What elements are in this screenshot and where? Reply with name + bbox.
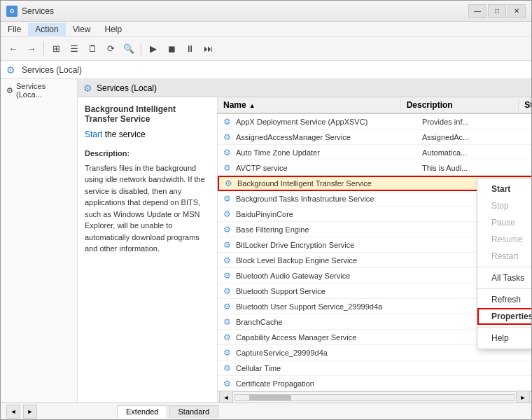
service-name: Background Tasks Infrastructure Service bbox=[236, 195, 416, 203]
service-icon: ⚙ bbox=[220, 115, 233, 128]
ctx-start[interactable]: Start bbox=[477, 181, 531, 197]
service-icon: ⚙ bbox=[220, 270, 233, 282]
start-service-text: the service bbox=[102, 130, 145, 139]
ctx-properties[interactable]: Properties bbox=[477, 308, 531, 325]
service-icon: ⚙ bbox=[220, 146, 233, 159]
pause-service-button[interactable]: ⏸ bbox=[181, 41, 198, 57]
properties-button[interactable]: 🗒 bbox=[84, 41, 101, 57]
service-desc: Automatica... bbox=[416, 148, 531, 157]
left-panel-item[interactable]: ⚙ Services (Loca... bbox=[1, 79, 77, 102]
ctx-pause[interactable]: Pause bbox=[477, 214, 531, 231]
service-name: BitLocker Drive Encryption Service bbox=[236, 241, 416, 249]
ctx-resume[interactable]: Resume bbox=[477, 231, 531, 248]
scroll-left-button[interactable]: ◄ bbox=[219, 391, 233, 403]
status-tabs: Extended Standard bbox=[117, 405, 218, 418]
start-service-link[interactable]: Start bbox=[85, 130, 102, 139]
service-icon: ⚙ bbox=[220, 208, 233, 220]
service-desc: This is Audi... bbox=[416, 164, 531, 172]
resume-service-button[interactable]: ⏭ bbox=[200, 41, 216, 57]
menu-action[interactable]: Action bbox=[28, 23, 65, 36]
ctx-help[interactable]: Help bbox=[477, 330, 531, 346]
horizontal-scrollbar[interactable]: ◄ ► bbox=[218, 391, 531, 402]
col-header-name[interactable]: Name▲ bbox=[218, 99, 401, 111]
service-name: AssignedAccessManager Service bbox=[236, 133, 416, 141]
left-panel: ⚙ Services (Loca... bbox=[1, 79, 78, 402]
description-label: Description: bbox=[85, 148, 210, 160]
menu-view[interactable]: View bbox=[66, 23, 98, 36]
tab-standard[interactable]: Standard bbox=[169, 405, 218, 418]
toolbar: ← → ⊞ ☰ 🗒 ⟳ 🔍 ▶ ◼ ⏸ ⏭ bbox=[1, 37, 531, 61]
service-name: Background Intelligent Transfer Service bbox=[237, 179, 418, 188]
scroll-left-status[interactable]: ◄ bbox=[6, 405, 20, 419]
selected-service-name: Background Intelligent Transfer Service bbox=[85, 104, 210, 124]
table-area: Name▲ Description Statu▲ ⚙ AppX Deployme… bbox=[218, 97, 531, 402]
table-row[interactable]: ⚙ Certificate Propagation bbox=[218, 376, 531, 391]
table-row[interactable]: ⚙ Cellular Time bbox=[218, 360, 531, 376]
service-icon: ⚙ bbox=[222, 177, 234, 190]
scroll-right-status[interactable]: ► bbox=[23, 405, 37, 419]
maximize-button[interactable]: □ bbox=[488, 4, 506, 18]
service-name: BranchCache bbox=[236, 318, 416, 326]
scroll-right-button[interactable]: ► bbox=[516, 391, 530, 403]
ctx-restart[interactable]: Restart bbox=[477, 248, 531, 265]
service-icon: ⚙ bbox=[220, 254, 233, 267]
ctx-separator-3 bbox=[477, 327, 531, 328]
horizontal-scrollbar-track[interactable] bbox=[234, 394, 514, 401]
tab-extended[interactable]: Extended bbox=[117, 405, 167, 418]
service-name: Bluetooth Audio Gateway Service bbox=[236, 272, 416, 280]
menu-file[interactable]: File bbox=[1, 23, 28, 36]
service-desc: Provides inf... bbox=[416, 118, 531, 126]
main-window: ⚙ Services — □ ✕ File Action View Help ←… bbox=[0, 0, 532, 420]
service-name: CaptureService_29999d4a bbox=[236, 349, 416, 357]
service-name: Capability Access Manager Service bbox=[236, 333, 416, 342]
address-icon: ⚙ bbox=[6, 64, 18, 76]
main-content: ⚙ Services (Loca... ⚙ Services (Local) B… bbox=[1, 79, 531, 402]
service-icon: ⚙ bbox=[220, 346, 233, 359]
ctx-refresh[interactable]: Refresh bbox=[477, 291, 531, 308]
service-icon: ⚙ bbox=[220, 162, 233, 174]
service-desc: AssignedAc... bbox=[416, 133, 531, 141]
horizontal-scrollbar-thumb[interactable] bbox=[249, 395, 291, 400]
service-name: BaiduPinyinCore bbox=[236, 210, 416, 218]
service-icon: ⚙ bbox=[220, 239, 233, 251]
ctx-all-tasks[interactable]: All Tasks › bbox=[477, 270, 531, 286]
start-service-link-area: Start the service bbox=[85, 130, 210, 139]
service-icon: ⚙ bbox=[220, 131, 233, 144]
service-name: Block Level Backup Engine Service bbox=[236, 256, 416, 265]
close-button[interactable]: ✕ bbox=[507, 4, 526, 18]
panel-header-label: Services (Local) bbox=[97, 83, 157, 93]
details-button[interactable]: ☰ bbox=[66, 41, 83, 57]
service-name: Auto Time Zone Updater bbox=[236, 148, 416, 157]
table-row[interactable]: ⚙ Auto Time Zone Updater Automatica... bbox=[218, 145, 531, 160]
title-bar: ⚙ Services — □ ✕ bbox=[1, 1, 531, 22]
left-panel-label: Services (Loca... bbox=[16, 82, 71, 99]
window-controls: — □ ✕ bbox=[468, 4, 526, 18]
content-area: Background Intelligent Transfer Service … bbox=[78, 97, 531, 402]
search-button[interactable]: 🔍 bbox=[120, 41, 137, 57]
refresh-toolbar-button[interactable]: ⟳ bbox=[102, 41, 119, 57]
menu-help[interactable]: Help bbox=[98, 23, 130, 36]
service-icon: ⚙ bbox=[220, 223, 233, 236]
window-title: Services bbox=[22, 6, 54, 16]
menu-bar: File Action View Help bbox=[1, 22, 531, 37]
ctx-separator-1 bbox=[477, 267, 531, 267]
table-row[interactable]: ⚙ AppX Deployment Service (AppXSVC) Prov… bbox=[218, 114, 531, 130]
table-header: Name▲ Description Statu▲ bbox=[218, 97, 531, 114]
service-icon: ⚙ bbox=[220, 316, 233, 328]
table-row[interactable]: ⚙ AssignedAccessManager Service Assigned… bbox=[218, 130, 531, 145]
show-console-button[interactable]: ⊞ bbox=[48, 41, 64, 57]
minimize-button[interactable]: — bbox=[468, 4, 486, 18]
forward-button[interactable]: → bbox=[23, 41, 40, 57]
service-name: AVCTP service bbox=[236, 164, 416, 172]
service-icon: ⚙ bbox=[220, 300, 233, 313]
address-bar: ⚙ Services (Local) bbox=[1, 61, 531, 79]
col-header-status[interactable]: Statu▲ bbox=[519, 99, 531, 111]
table-row[interactable]: ⚙ AVCTP service This is Audi... Runn bbox=[218, 160, 531, 176]
stop-service-button[interactable]: ◼ bbox=[163, 41, 180, 57]
ctx-stop[interactable]: Stop bbox=[477, 197, 531, 214]
back-button[interactable]: ← bbox=[5, 41, 22, 57]
start-service-button[interactable]: ▶ bbox=[145, 41, 162, 57]
description-text: Transfers files in the background using … bbox=[85, 164, 205, 253]
col-header-desc[interactable]: Description bbox=[401, 99, 519, 111]
service-name: Base Filtering Engine bbox=[236, 225, 416, 234]
